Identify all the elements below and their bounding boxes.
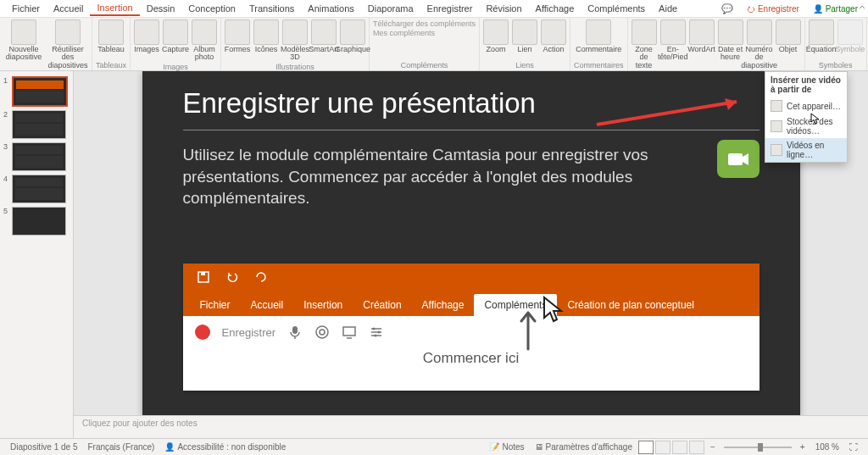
svg-point-9 [375, 335, 377, 337]
embedded-tab-insertion: Insertion [293, 294, 353, 316]
menu-tab-conception[interactable]: Conception [181, 2, 242, 15]
zoom-in-button[interactable]: + [795, 442, 810, 452]
language-indicator[interactable]: Français (France) [83, 442, 160, 452]
share-button[interactable]: 👤 Partager [808, 3, 863, 15]
icons-button[interactable]: Icônes [253, 19, 279, 53]
ribbon-group-commentaires: Commentaire Commentaires [570, 18, 628, 70]
comment-icon[interactable]: 💬 [721, 3, 733, 14]
menu-tab-diaporama[interactable]: Diaporama [361, 2, 420, 15]
menu-tab-animations[interactable]: Animations [301, 2, 360, 15]
menu-tab-insertion[interactable]: Insertion [90, 1, 139, 16]
date-time-button[interactable]: Date et heure [718, 19, 743, 62]
menu-tab-accueil[interactable]: Accueil [47, 2, 90, 15]
ribbon-group-symboles: Équation Symbole Symboles [805, 18, 867, 70]
slide-counter[interactable]: Diapositive 1 de 5 [5, 442, 83, 452]
normal-view-button[interactable] [638, 441, 654, 454]
accessibility-indicator[interactable]: 👤 Accessibilité : non disponible [159, 442, 291, 452]
table-button[interactable]: Tableau [96, 19, 126, 53]
textbox-button[interactable]: Zone de texte [632, 19, 657, 69]
menu-tab-aide[interactable]: Aide [652, 2, 684, 15]
symbol-button[interactable]: Symbole [837, 19, 863, 53]
redo-icon [254, 270, 268, 284]
device-icon [771, 100, 782, 112]
wordart-button[interactable]: WordArt [689, 19, 715, 53]
slide-canvas[interactable]: Enregistrer une présentation Utilisez le… [74, 71, 868, 415]
new-slide-button[interactable]: Nouvelle diapositive [3, 19, 44, 62]
addins-stack[interactable]: Télécharger des compléments Mes compléme… [373, 19, 476, 37]
canvas-area: Enregistrer une présentation Utilisez le… [74, 71, 868, 440]
chart-button[interactable]: Graphique [340, 19, 365, 53]
reuse-slides-button[interactable]: Réutiliser des diapositives [47, 19, 88, 69]
fit-to-window-button[interactable]: ⛶ [844, 442, 863, 452]
shapes-button[interactable]: Formes [225, 19, 250, 53]
display-settings-button[interactable]: 🖥 Paramètres d'affichage [530, 442, 637, 452]
stock-video-icon [771, 120, 782, 132]
mic-icon [287, 325, 303, 340]
thumbnail-5[interactable] [12, 207, 66, 236]
video-dropdown-menu: Insérer une vidéo à partir de Cet appare… [765, 71, 848, 163]
menu-tab-fichier[interactable]: Fichier [5, 2, 47, 15]
embedded-tab-affichage: Affichage [412, 294, 475, 316]
thumbnail-4[interactable] [12, 175, 66, 203]
embedded-footer-text: Commencer ici [183, 348, 760, 391]
thumbnail-1[interactable] [12, 76, 68, 107]
record-dot-icon [195, 325, 210, 340]
notes-toggle[interactable]: 📝 Notes [484, 442, 529, 452]
menu-tab-complements[interactable]: Compléments [581, 2, 652, 15]
ribbon: Nouvelle diapositive Réutiliser des diap… [0, 18, 868, 71]
object-button[interactable]: Objet [776, 19, 801, 53]
zoom-level[interactable]: 108 % [810, 442, 844, 452]
sorter-view-button[interactable] [655, 441, 670, 454]
comment-button[interactable]: Commentaire [578, 19, 619, 53]
equation-button[interactable]: Équation [809, 19, 834, 53]
menu-tab-dessin[interactable]: Dessin [140, 2, 182, 15]
thumbnail-3[interactable] [12, 142, 66, 171]
ribbon-group-diapositives: Nouvelle diapositive Réutiliser des diap… [0, 18, 92, 70]
link-button[interactable]: Lien [512, 19, 537, 53]
dropdown-item-stock-videos[interactable]: Stockez des vidéos… [765, 114, 847, 138]
svg-point-5 [320, 330, 325, 335]
camtasia-badge-icon [717, 140, 760, 178]
target-icon [314, 325, 330, 340]
slide-number-button[interactable]: Numéro de diapositive [747, 19, 772, 69]
photo-album-button[interactable]: Album photo [192, 19, 217, 62]
zoom-out-button[interactable]: − [705, 442, 721, 452]
svg-point-4 [316, 326, 328, 338]
embedded-screenshot: Fichier Accueil Insertion Création Affic… [183, 264, 760, 391]
screenshot-button[interactable]: Capture [163, 19, 188, 53]
svg-rect-2 [201, 272, 205, 275]
dropdown-header: Insérer une vidéo à partir de [765, 72, 847, 97]
smartart-button[interactable]: SmartArt [311, 19, 337, 53]
thumbnail-2[interactable] [12, 110, 66, 139]
ribbon-group-images: Images Capture Album photo Images [131, 18, 221, 70]
action-button[interactable]: Action [541, 19, 566, 53]
ribbon-group-tableaux: Tableau Tableaux [92, 18, 131, 70]
notes-pane[interactable]: Cliquez pour ajouter des notes [74, 415, 868, 440]
zoom-button[interactable]: Zoom [483, 19, 509, 53]
collapse-ribbon-icon[interactable] [858, 3, 866, 12]
ribbon-group-illustrations: Formes Icônes Modèles 3D SmartArt Graphi… [221, 18, 370, 70]
sliders-icon [369, 325, 384, 340]
embedded-tab-plan: Création de plan conceptuel [557, 294, 704, 316]
ribbon-group-liens: Zoom Lien Action Liens [480, 18, 570, 70]
svg-rect-3 [292, 326, 298, 334]
menu-tab-affichage[interactable]: Affichage [529, 2, 581, 15]
menu-bar: Fichier Accueil Insertion Dessin Concept… [0, 0, 868, 18]
menu-tab-transitions[interactable]: Transitions [242, 2, 301, 15]
header-footer-button[interactable]: En-tête/Pied [660, 19, 686, 62]
menu-tab-enregistrer[interactable]: Enregistrer [420, 2, 480, 15]
embedded-tab-complements: Compléments [474, 294, 557, 316]
zoom-slider[interactable] [724, 447, 792, 448]
dropdown-item-online-videos[interactable]: Vidéos en ligne… [765, 138, 847, 162]
images-button[interactable]: Images [134, 19, 159, 53]
save-icon [197, 270, 210, 284]
embedded-tab-accueil: Accueil [241, 294, 294, 316]
3d-models-button[interactable]: Modèles 3D [282, 19, 308, 62]
menu-tab-revision[interactable]: Révision [479, 2, 528, 15]
ribbon-group-complements: Télécharger des compléments Mes compléme… [370, 18, 480, 70]
slide-thumbnails-panel: 1 2 3 4 5 [0, 71, 74, 440]
slideshow-view-button[interactable] [689, 441, 704, 454]
reading-view-button[interactable] [672, 441, 687, 454]
dropdown-item-this-device[interactable]: Cet appareil… [765, 97, 847, 114]
save-button[interactable]: ⭮ Enregistrer [742, 3, 804, 15]
